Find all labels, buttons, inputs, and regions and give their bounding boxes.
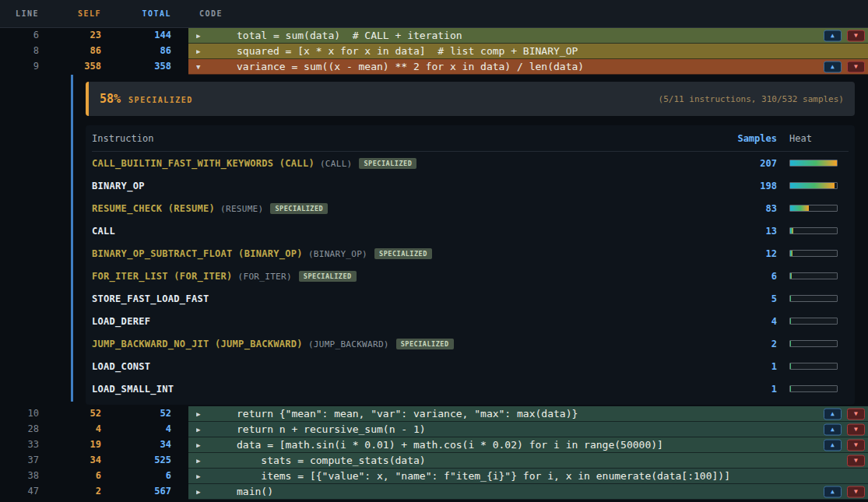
move-down-button[interactable]: ▼ bbox=[847, 30, 865, 41]
expander-icon[interactable]: ▶ bbox=[196, 441, 209, 449]
self-samples: 34 bbox=[47, 453, 109, 469]
expander-icon[interactable]: ▼ bbox=[196, 63, 209, 71]
samples-count: 198 bbox=[722, 181, 777, 191]
total-samples: 52 bbox=[109, 406, 179, 422]
heat-cell bbox=[777, 318, 849, 325]
specialized-label: SPECIALIZED bbox=[128, 94, 193, 104]
instruction-name-text: BINARY_OP bbox=[92, 181, 145, 191]
instruction-name: LOAD_SMALL_INT bbox=[92, 384, 722, 395]
header-instruction: Instruction bbox=[92, 133, 722, 144]
expander-icon[interactable]: ▶ bbox=[196, 32, 209, 40]
code-text: stats = compute_stats(data) bbox=[209, 455, 426, 466]
self-samples: 19 bbox=[47, 437, 109, 453]
expander-icon[interactable]: ▶ bbox=[196, 410, 209, 418]
move-down-button[interactable]: ▼ bbox=[847, 61, 865, 72]
move-up-button[interactable]: ▲ bbox=[824, 439, 842, 451]
column-header-line: LINE bbox=[0, 9, 47, 18]
code-line-row[interactable]: 47 2 567 ▶ main() ▲ ▼ bbox=[0, 484, 868, 500]
specialized-badge: SPECIALIZED bbox=[374, 248, 432, 259]
code-rows-bottom: 10 52 52 ▶ return {"mean": mean, "var": … bbox=[0, 406, 868, 500]
instruction-name: BINARY_OP bbox=[92, 181, 722, 191]
instruction-name: RESUME_CHECK (RESUME)(RESUME)SPECIALIZED bbox=[92, 203, 722, 214]
code-text: total = sum(data) # CALL + iteration bbox=[209, 30, 462, 41]
move-down-button[interactable]: ▼ bbox=[847, 423, 865, 435]
specialized-badge: SPECIALIZED bbox=[359, 158, 416, 169]
specialized-percent: 58% bbox=[100, 92, 121, 106]
expander-icon[interactable]: ▶ bbox=[196, 488, 209, 496]
code-line-row[interactable]: 9 358 358 ▼ variance = sum((x - mean) **… bbox=[0, 59, 868, 75]
move-down-button[interactable]: ▼ bbox=[847, 455, 865, 466]
heat-cell bbox=[777, 227, 849, 234]
expander-icon[interactable]: ▶ bbox=[196, 47, 209, 55]
move-up-button[interactable]: ▲ bbox=[824, 61, 842, 72]
code-cell: ▶ items = [{"value": x, "name": f"item_{… bbox=[188, 469, 868, 484]
code-line-row[interactable]: 38 6 6 ▶ items = [{"value": x, "name": f… bbox=[0, 469, 868, 484]
line-number: 10 bbox=[0, 406, 47, 422]
instruction-name-text: LOAD_SMALL_INT bbox=[92, 384, 174, 395]
heat-bar-track bbox=[789, 205, 838, 212]
code-cell: ▼ variance = sum((x - mean) ** 2 for x i… bbox=[188, 59, 868, 75]
samples-count: 12 bbox=[722, 248, 777, 259]
move-down-button[interactable]: ▼ bbox=[847, 486, 865, 497]
column-header-total: TOTAL bbox=[109, 9, 179, 18]
specialization-summary: 58% SPECIALIZED (5/11 instructions, 310/… bbox=[86, 82, 855, 116]
expander-icon[interactable]: ▶ bbox=[196, 426, 209, 434]
instruction-row: FOR_ITER_LIST (FOR_ITER)(FOR_ITER)SPECIA… bbox=[92, 265, 849, 287]
code-text: squared = [x * x for x in data] # list c… bbox=[209, 45, 578, 57]
instruction-name-text: FOR_ITER_LIST (FOR_ITER) bbox=[92, 271, 233, 282]
heat-bar-fill bbox=[790, 205, 809, 211]
code-cell: ▶ total = sum(data) # CALL + iteration ▲… bbox=[188, 28, 868, 44]
code-text: return {"mean": mean, "var": variance, "… bbox=[209, 408, 578, 420]
code-line-row[interactable]: 33 19 34 ▶ data = [math.sin(i * 0.01) + … bbox=[0, 437, 868, 453]
self-samples: 2 bbox=[47, 484, 109, 500]
code-cell: ▶ squared = [x * x for x in data] # list… bbox=[188, 44, 868, 59]
self-samples: 6 bbox=[47, 469, 109, 484]
instruction-row: LOAD_SMALL_INT 1 bbox=[92, 377, 849, 400]
heat-cell bbox=[777, 160, 849, 167]
total-samples: 4 bbox=[109, 422, 179, 437]
move-down-button[interactable]: ▼ bbox=[847, 439, 865, 451]
expander-icon[interactable]: ▶ bbox=[196, 472, 209, 480]
self-samples: 86 bbox=[47, 44, 109, 59]
instruction-name-text: JUMP_BACKWARD_NO_JIT (JUMP_BACKWARD) bbox=[92, 339, 303, 349]
line-number: 9 bbox=[0, 59, 47, 75]
line-number: 6 bbox=[0, 28, 47, 44]
instruction-table-header: Instruction Samples Heat bbox=[92, 125, 849, 152]
instruction-row: JUMP_BACKWARD_NO_JIT (JUMP_BACKWARD)(JUM… bbox=[92, 332, 849, 355]
move-up-button[interactable]: ▲ bbox=[824, 423, 842, 435]
instruction-name-text: BINARY_OP_SUBTRACT_FLOAT (BINARY_OP) bbox=[92, 248, 303, 259]
heat-bar-track bbox=[789, 272, 838, 279]
move-up-button[interactable]: ▲ bbox=[824, 486, 842, 497]
move-up-button[interactable]: ▲ bbox=[824, 408, 842, 420]
instruction-name: FOR_ITER_LIST (FOR_ITER)(FOR_ITER)SPECIA… bbox=[92, 271, 722, 282]
instruction-base-opcode: (CALL) bbox=[320, 159, 353, 169]
line-number: 47 bbox=[0, 484, 47, 500]
row-buttons: ▲ ▼ bbox=[824, 486, 865, 497]
code-line-row[interactable]: 37 34 525 ▶ stats = compute_stats(data) … bbox=[0, 453, 868, 469]
samples-count: 1 bbox=[722, 361, 777, 372]
instruction-row: BINARY_OP_SUBTRACT_FLOAT (BINARY_OP)(BIN… bbox=[92, 242, 849, 265]
code-line-row[interactable]: 8 86 86 ▶ squared = [x * x for x in data… bbox=[0, 44, 868, 59]
instruction-table: Instruction Samples Heat CALL_BUILTIN_FA… bbox=[86, 125, 855, 405]
total-samples: 34 bbox=[109, 437, 179, 453]
code-line-row[interactable]: 10 52 52 ▶ return {"mean": mean, "var": … bbox=[0, 406, 868, 422]
heat-bar-track bbox=[789, 227, 838, 234]
samples-count: 4 bbox=[722, 316, 777, 327]
heat-bar-fill bbox=[790, 363, 791, 369]
code-line-row[interactable]: 6 23 144 ▶ total = sum(data) # CALL + it… bbox=[0, 28, 868, 44]
code-line-row[interactable]: 28 4 4 ▶ return n + recursive_sum(n - 1)… bbox=[0, 422, 868, 437]
instruction-name: CALL bbox=[92, 226, 722, 237]
heat-bar-track bbox=[789, 295, 838, 302]
heat-bar-fill bbox=[790, 228, 793, 233]
move-up-button[interactable]: ▲ bbox=[824, 30, 842, 41]
code-text: items = [{"value": x, "name": f"item_{i}… bbox=[209, 470, 730, 482]
move-down-button[interactable]: ▼ bbox=[847, 408, 865, 420]
heat-bar-fill bbox=[790, 160, 837, 166]
column-header-self: SELF bbox=[47, 9, 109, 18]
code-text: data = [math.sin(i * 0.01) + math.cos(i … bbox=[209, 439, 663, 451]
expander-icon[interactable]: ▶ bbox=[196, 457, 209, 465]
heat-bar-track bbox=[789, 318, 838, 325]
samples-count: 83 bbox=[722, 203, 777, 214]
instruction-name-text: LOAD_CONST bbox=[92, 361, 150, 372]
code-rows-top: 6 23 144 ▶ total = sum(data) # CALL + it… bbox=[0, 28, 868, 75]
